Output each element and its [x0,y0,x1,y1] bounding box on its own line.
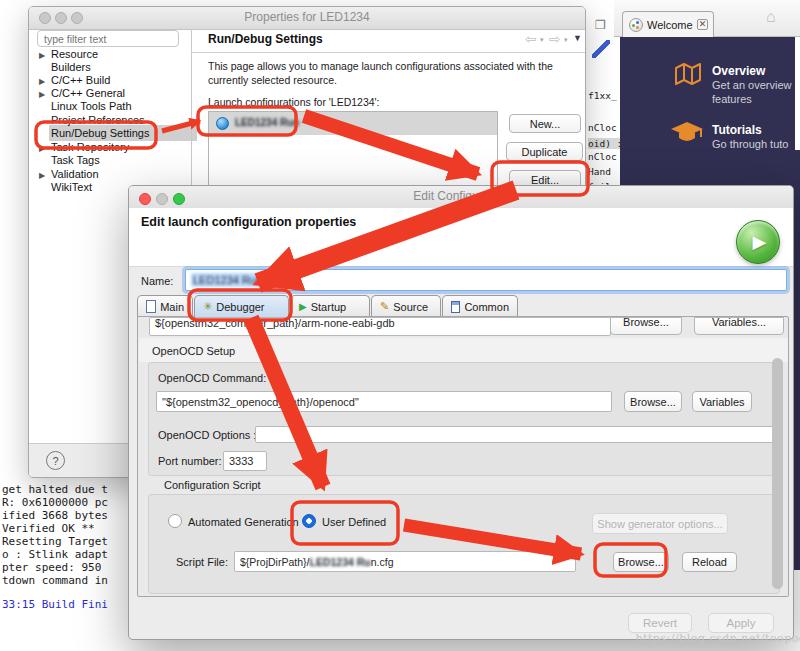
tree-expand-icon[interactable]: ▶ [39,51,45,60]
help-button[interactable]: ? [46,451,65,470]
close-traffic-light[interactable] [139,193,151,205]
launch-config-name: LED1234 Run [235,117,299,128]
radio-automated-generation[interactable] [168,514,182,528]
watermark: https://blog.csdn.net/toopoo [635,632,800,645]
sidebar-item-linux-tools-path[interactable]: Linux Tools Path [51,100,132,112]
tree-expand-icon[interactable]: ▶ [39,144,45,153]
name-input[interactable]: LED1234 Run [185,269,787,291]
sidebar-item-task-repository[interactable]: Task Repository [51,141,129,153]
openocd-setup-band [139,338,789,362]
console-line: Resetting Target [2,535,108,548]
welcome-tabbar: Welcome ✕ ⌂ [614,0,800,37]
duplicate-button[interactable]: Duplicate [506,142,583,161]
dialog-header: Edit launch configuration properties ▶ [129,208,794,267]
nav-forward-icon[interactable]: ⇨ [549,31,561,47]
nav-back-caret-icon[interactable]: ▾ [540,36,544,44]
source-pencil-icon: ✎ [380,300,389,313]
tree-expand-icon[interactable]: ▶ [39,171,45,180]
launch-config-row[interactable]: LED1234 Run [209,112,497,135]
sidebar-item-validation[interactable]: Validation [51,168,99,180]
script-file-suffix: n.cfg [371,556,394,568]
openocd-command-label: OpenOCD Command: [158,372,266,384]
openocd-options-field[interactable] [255,426,778,443]
page-description-line1: This page allows you to manage launch co… [208,60,553,72]
zoom-traffic-light[interactable] [173,193,185,205]
edit-configuration-dialog: Edit Configuration Edit launch configura… [128,185,794,640]
show-generator-options-button[interactable]: Show generator options... [592,513,728,534]
console-line: o : Stlink adapt [2,548,108,561]
sidebar-item-builders[interactable]: Builders [51,61,91,73]
welcome-panel-edge [795,150,800,570]
sidebar-item-task-tags[interactable]: Task Tags [51,154,100,166]
zoom-traffic-light[interactable] [71,12,83,24]
gdb-variables-button[interactable]: Variables... [694,317,784,335]
radio-automated-generation-label[interactable]: Automated Generation [188,516,299,528]
tab-main[interactable]: Main [137,295,193,317]
sidebar-item-resource[interactable]: Resource [51,48,98,60]
close-traffic-light[interactable] [39,12,51,24]
header-separator [191,52,586,53]
dialog-scrollbar[interactable] [772,358,783,589]
code-fragment: oid) : [588,138,622,149]
dialog-titlebar[interactable]: Edit Configuration [129,186,793,209]
code-fragment: nCloc [588,151,617,162]
debugger-tab-panel: ${openstm32_compiler_path}/arm-none-eabi… [137,316,789,597]
launch-config-list-label: Launch configurations for 'LED1234': [208,96,380,108]
properties-window-title: Properties for LED1234 [29,7,585,28]
properties-titlebar[interactable]: Properties for LED1234 [29,7,585,30]
gdb-browse-button[interactable]: Browse... [610,317,682,335]
view-menu-icon[interactable]: ▼ [573,33,582,43]
script-reload-button[interactable]: Reload [682,552,737,572]
script-browse-button[interactable]: Browse... [613,552,669,572]
sidebar-item-cpp-general[interactable]: C/C++ General [51,87,125,99]
openocd-variables-button[interactable]: Variables [692,391,752,412]
overview-title[interactable]: Overview [712,64,765,78]
console-line: R: 0x61000000 pc [2,496,108,509]
play-icon: ▶ [753,231,767,253]
tab-source[interactable]: ✎ Source [371,295,441,317]
tutorials-line1: Go through tuto [712,138,788,150]
sidebar-item-wikitext[interactable]: WikiText [51,181,92,193]
tab-startup[interactable]: ▶ Startup [290,295,370,317]
nav-back-icon[interactable]: ⇦ [525,31,537,47]
sidebar-item-cpp-build[interactable]: C/C++ Build [51,74,110,86]
launch-config-icon [216,117,229,130]
page-title: Run/Debug Settings [208,32,323,46]
screenshot-root: get halted due t R: 0x61000000 pc ified … [0,0,800,651]
pencil-slash-icon[interactable] [592,40,610,58]
tree-expand-icon[interactable]: ▶ [39,90,45,99]
console-line: tdown command in [2,574,108,587]
dialog-title: Edit Configuration [129,186,793,207]
tab-common[interactable]: Common [442,295,518,317]
radio-user-defined[interactable] [302,514,316,528]
debugger-icon: ✳ [203,300,212,313]
script-file-field[interactable]: ${ProjDirPath}/LED1234 Run.cfg [234,551,576,572]
nav-forward-caret-icon[interactable]: ▾ [564,36,568,44]
minimize-traffic-light[interactable] [55,12,67,24]
radio-user-defined-label[interactable]: User Defined [322,516,386,528]
tab-debugger[interactable]: ✳ Debugger [194,295,289,317]
apply-button[interactable]: Apply [708,613,774,633]
filter-input[interactable] [37,30,179,47]
maximize-view-icon[interactable]: ❐ [595,18,606,32]
overview-map-icon [674,62,702,86]
tab-welcome[interactable]: Welcome ✕ [622,11,714,37]
port-number-field[interactable]: 3333 [223,451,267,471]
sidebar-item-project-references[interactable]: Project References [51,114,145,126]
openocd-browse-button[interactable]: Browse... [624,391,682,412]
minimize-traffic-light[interactable] [156,193,168,205]
tab-welcome-label: Welcome [647,19,693,31]
revert-button[interactable]: Revert [628,613,692,633]
tree-expand-icon[interactable]: ▶ [39,77,45,86]
new-button[interactable]: New... [509,114,581,133]
gdb-command-field[interactable]: ${openstm32_compiler_path}/arm-none-eabi… [149,317,611,336]
close-icon[interactable]: ✕ [697,19,709,30]
home-icon[interactable]: ⌂ [766,8,776,26]
script-file-prefix: ${ProjDirPath}/ [235,556,309,568]
name-value: LED1234 Run [191,273,264,287]
tutorials-title[interactable]: Tutorials [712,123,762,137]
console-line: Verified OK ** [2,522,95,535]
sidebar-item-run-debug-settings[interactable]: Run/Debug Settings [51,127,149,139]
run-play-button[interactable]: ▶ [736,220,780,264]
openocd-command-field[interactable]: "${openstm32_openocd_path}/openocd" [156,391,612,412]
